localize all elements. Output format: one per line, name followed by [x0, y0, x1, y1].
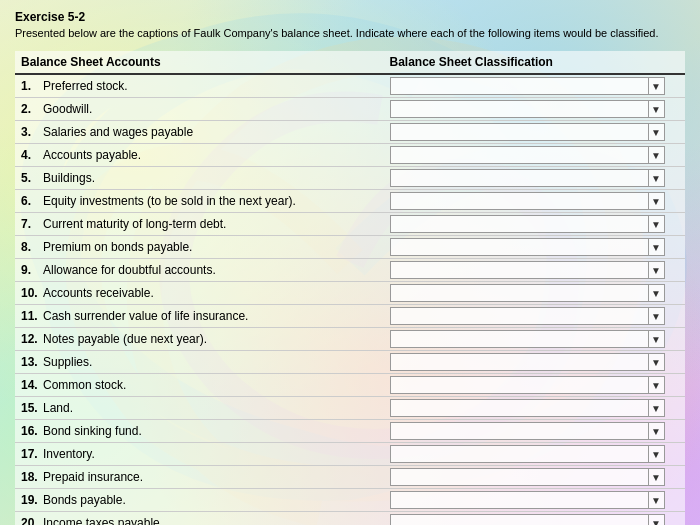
classification-input[interactable]: [391, 448, 648, 460]
classification-cell: ▼: [384, 121, 686, 144]
dropdown-arrow-icon[interactable]: ▼: [648, 285, 664, 301]
account-label: Accounts payable.: [43, 148, 141, 162]
classification-input[interactable]: [391, 517, 648, 525]
row-number: 2.: [21, 102, 43, 116]
classification-dropdown[interactable]: ▼: [390, 445, 665, 463]
classification-input[interactable]: [391, 333, 648, 345]
classification-input[interactable]: [391, 287, 648, 299]
classification-dropdown[interactable]: ▼: [390, 376, 665, 394]
classification-dropdown[interactable]: ▼: [390, 261, 665, 279]
dropdown-arrow-icon[interactable]: ▼: [648, 170, 664, 186]
classification-input[interactable]: [391, 494, 648, 506]
classification-dropdown[interactable]: ▼: [390, 422, 665, 440]
table-row: 9.Allowance for doubtful accounts.▼: [15, 259, 685, 282]
classification-input[interactable]: [391, 425, 648, 437]
account-label: Allowance for doubtful accounts.: [43, 263, 216, 277]
row-number: 13.: [21, 355, 43, 369]
classification-input[interactable]: [391, 402, 648, 414]
row-number: 6.: [21, 194, 43, 208]
classification-dropdown[interactable]: ▼: [390, 123, 665, 141]
classification-dropdown[interactable]: ▼: [390, 353, 665, 371]
account-cell: 5.Buildings.: [15, 167, 384, 190]
classification-input[interactable]: [391, 241, 648, 253]
account-label: Common stock.: [43, 378, 126, 392]
account-label: Notes payable (due next year).: [43, 332, 207, 346]
account-label: Income taxes payable.: [43, 516, 163, 525]
account-cell: 19.Bonds payable.: [15, 489, 384, 512]
dropdown-arrow-icon[interactable]: ▼: [648, 216, 664, 232]
classification-dropdown[interactable]: ▼: [390, 284, 665, 302]
dropdown-arrow-icon[interactable]: ▼: [648, 354, 664, 370]
account-cell: 6.Equity investments (to be sold in the …: [15, 190, 384, 213]
classification-cell: ▼: [384, 167, 686, 190]
classification-cell: ▼: [384, 489, 686, 512]
classification-cell: ▼: [384, 443, 686, 466]
classification-cell: ▼: [384, 351, 686, 374]
dropdown-arrow-icon[interactable]: ▼: [648, 377, 664, 393]
account-cell: 2.Goodwill.: [15, 98, 384, 121]
account-cell: 10.Accounts receivable.: [15, 282, 384, 305]
classification-input[interactable]: [391, 310, 648, 322]
classification-dropdown[interactable]: ▼: [390, 146, 665, 164]
table-row: 15.Land.▼: [15, 397, 685, 420]
dropdown-arrow-icon[interactable]: ▼: [648, 308, 664, 324]
row-number: 12.: [21, 332, 43, 346]
dropdown-arrow-icon[interactable]: ▼: [648, 239, 664, 255]
account-cell: 3.Salaries and wages payable: [15, 121, 384, 144]
dropdown-arrow-icon[interactable]: ▼: [648, 101, 664, 117]
account-cell: 11.Cash surrender value of life insuranc…: [15, 305, 384, 328]
classification-dropdown[interactable]: ▼: [390, 77, 665, 95]
dropdown-arrow-icon[interactable]: ▼: [648, 147, 664, 163]
row-number: 16.: [21, 424, 43, 438]
classification-dropdown[interactable]: ▼: [390, 192, 665, 210]
classification-input[interactable]: [391, 379, 648, 391]
dropdown-arrow-icon[interactable]: ▼: [648, 515, 664, 525]
table-row: 12.Notes payable (due next year).▼: [15, 328, 685, 351]
account-label: Premium on bonds payable.: [43, 240, 192, 254]
classification-dropdown[interactable]: ▼: [390, 169, 665, 187]
classification-dropdown[interactable]: ▼: [390, 307, 665, 325]
classification-dropdown[interactable]: ▼: [390, 514, 665, 525]
dropdown-arrow-icon[interactable]: ▼: [648, 469, 664, 485]
dropdown-arrow-icon[interactable]: ▼: [648, 78, 664, 94]
classification-input[interactable]: [391, 471, 648, 483]
classification-dropdown[interactable]: ▼: [390, 330, 665, 348]
dropdown-arrow-icon[interactable]: ▼: [648, 492, 664, 508]
classification-input[interactable]: [391, 172, 648, 184]
classification-dropdown[interactable]: ▼: [390, 215, 665, 233]
dropdown-arrow-icon[interactable]: ▼: [648, 124, 664, 140]
classification-dropdown[interactable]: ▼: [390, 399, 665, 417]
dropdown-arrow-icon[interactable]: ▼: [648, 193, 664, 209]
classification-input[interactable]: [391, 264, 648, 276]
dropdown-arrow-icon[interactable]: ▼: [648, 262, 664, 278]
dropdown-arrow-icon[interactable]: ▼: [648, 446, 664, 462]
classification-input[interactable]: [391, 218, 648, 230]
table-row: 18.Prepaid insurance.▼: [15, 466, 685, 489]
dropdown-arrow-icon[interactable]: ▼: [648, 423, 664, 439]
table-row: 19.Bonds payable.▼: [15, 489, 685, 512]
classification-cell: ▼: [384, 512, 686, 525]
classification-cell: ▼: [384, 328, 686, 351]
classification-dropdown[interactable]: ▼: [390, 468, 665, 486]
exercise-description: Presented below are the captions of Faul…: [15, 26, 685, 41]
account-cell: 9.Allowance for doubtful accounts.: [15, 259, 384, 282]
classification-input[interactable]: [391, 195, 648, 207]
table-row: 4.Accounts payable.▼: [15, 144, 685, 167]
account-label: Preferred stock.: [43, 79, 128, 93]
account-cell: 8.Premium on bonds payable.: [15, 236, 384, 259]
classification-input[interactable]: [391, 103, 648, 115]
dropdown-arrow-icon[interactable]: ▼: [648, 400, 664, 416]
classification-dropdown[interactable]: ▼: [390, 100, 665, 118]
classification-input[interactable]: [391, 126, 648, 138]
account-label: Equity investments (to be sold in the ne…: [43, 194, 296, 208]
account-label: Prepaid insurance.: [43, 470, 143, 484]
table-row: 7.Current maturity of long-term debt.▼: [15, 213, 685, 236]
account-cell: 1.Preferred stock.: [15, 74, 384, 98]
classification-dropdown[interactable]: ▼: [390, 238, 665, 256]
classification-dropdown[interactable]: ▼: [390, 491, 665, 509]
dropdown-arrow-icon[interactable]: ▼: [648, 331, 664, 347]
classification-input[interactable]: [391, 149, 648, 161]
classification-input[interactable]: [391, 356, 648, 368]
classification-cell: ▼: [384, 374, 686, 397]
classification-input[interactable]: [391, 80, 648, 92]
